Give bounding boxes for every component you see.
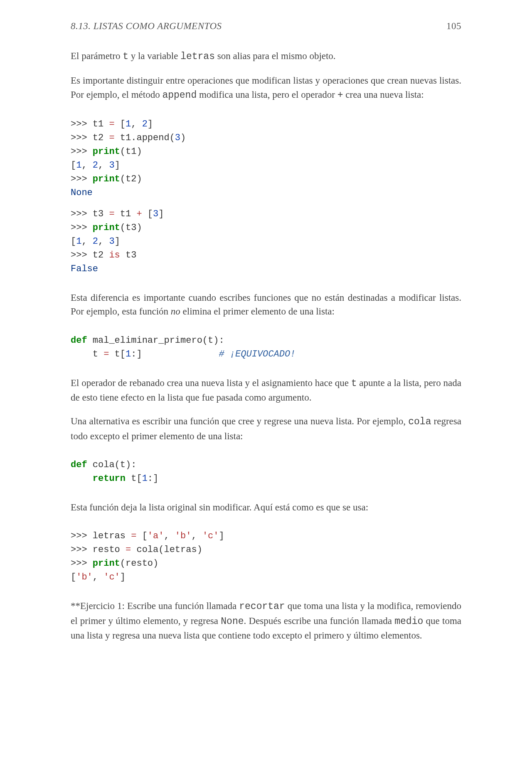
paragraph-2: Es importante distinguir entre operacion… (71, 74, 461, 102)
paragraph-6: Esta función deja la lista original sin … (71, 500, 461, 514)
code-line: >>> resto = cola(letras) (71, 543, 461, 557)
code-line: [1, 2, 3] (71, 235, 461, 248)
code-inline: recortar (239, 601, 285, 612)
text: **Ejercicio 1: Escribe una función llama… (71, 601, 239, 611)
code-line: False (71, 262, 461, 276)
code-line: >>> print(resto) (71, 557, 461, 570)
code-inline: + (337, 90, 343, 101)
text: crea una nueva lista: (343, 89, 424, 100)
page: 8.13. LISTAS COMO ARGUMENTOS 105 El pará… (0, 0, 532, 770)
code-line: def cola(t): (71, 458, 461, 472)
code-block-1: >>> t1 = [1, 2]>>> t2 = t1.append(3)>>> … (71, 117, 461, 276)
code-line: >>> letras = ['a', 'b', 'c'] (71, 529, 461, 543)
paragraph-5: Una alternativa es escribir una función … (71, 414, 461, 443)
code-line: >>> t1 = [1, 2] (71, 117, 461, 131)
text: . Después escribe una función llamada (244, 616, 395, 626)
code-inline: None (221, 616, 244, 627)
code-line: None (71, 186, 461, 200)
paragraph-exercise: **Ejercicio 1: Escribe una función llama… (71, 599, 461, 642)
code-line: >>> t2 = t1.append(3) (71, 131, 461, 145)
code-inline: t (351, 378, 357, 389)
code-inline: medio (394, 616, 423, 627)
paragraph-1: El parámetro t y la variable letras son … (71, 49, 461, 64)
text: y la variable (128, 51, 180, 61)
paragraph-3: Esta diferencia es importante cuando esc… (71, 291, 461, 319)
code-inline: letras (180, 51, 215, 62)
code-inline: cola (408, 416, 431, 427)
code-line: >>> print(t3) (71, 221, 461, 235)
code-line: [1, 2, 3] (71, 158, 461, 172)
code-inline: append (162, 90, 197, 101)
code-line: ['b', 'c'] (71, 570, 461, 584)
text: El operador de rebanado crea una nueva l… (71, 378, 351, 388)
text: son alias para el mismo objeto. (215, 51, 336, 61)
text: Una alternativa es escribir una función … (71, 416, 408, 426)
section-title: 8.13. LISTAS COMO ARGUMENTOS (71, 21, 222, 32)
code-line: >>> t3 = t1 + [3] (71, 207, 461, 221)
page-number: 105 (446, 21, 461, 32)
code-block-3: def cola(t): return t[1:] (71, 458, 461, 485)
code-block-2: def mal_eliminar_primero(t): t = t[1:] #… (71, 334, 461, 361)
code-line: return t[1:] (71, 472, 461, 485)
text: El parámetro (71, 51, 123, 61)
code-block-4: >>> letras = ['a', 'b', 'c']>>> resto = … (71, 529, 461, 584)
paragraph-4: El operador de rebanado crea una nueva l… (71, 376, 461, 405)
code-line: t = t[1:] # ¡EQUIVOCADO! (71, 347, 461, 361)
emphasis: no (171, 306, 180, 317)
text: elimina el primer elemento de una lista: (180, 306, 335, 317)
code-inline: t (123, 51, 128, 62)
code-line: >>> print(t2) (71, 172, 461, 186)
code-line: >>> t2 is t3 (71, 248, 461, 262)
code-line: >>> print(t1) (71, 145, 461, 158)
code-line: def mal_eliminar_primero(t): (71, 334, 461, 347)
page-header: 8.13. LISTAS COMO ARGUMENTOS 105 (71, 21, 461, 32)
text: modifica una lista, pero el operador (197, 89, 337, 100)
